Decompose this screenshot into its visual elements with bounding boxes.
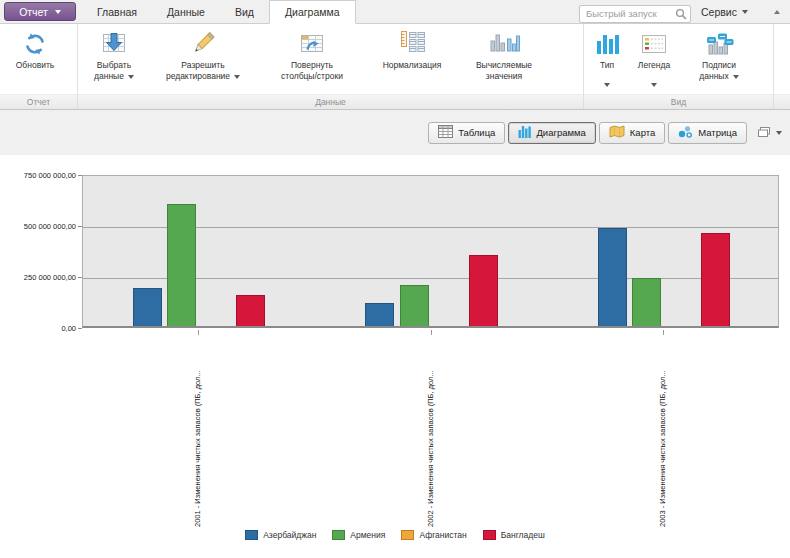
plot-area (82, 175, 779, 328)
ribbon-button-label: Нормализация (383, 60, 442, 71)
report-menu-button[interactable]: Отчет (4, 2, 76, 21)
bar-Бангладеш-3[interactable] (701, 233, 730, 326)
ribbon-group-content: ТипЛегендаПодписиданных (584, 24, 773, 94)
tab-strip: ГлавнаяДанныеВидДиаграмма (82, 0, 356, 23)
bar-Бангладеш-2[interactable] (469, 255, 498, 326)
view-button-label: Карта (630, 127, 655, 138)
tab-bar: Отчет ГлавнаяДанныеВидДиаграмма Сервис (0, 0, 790, 24)
ribbon-button-allow-edit[interactable]: Разрешитьредактирование (147, 26, 259, 82)
normalization-icon (396, 28, 428, 60)
ribbon-button-select-data[interactable]: Выбратьданные (81, 26, 147, 82)
report-menu-label: Отчет (19, 6, 48, 18)
chart-type-icon (594, 28, 620, 60)
tab-home[interactable]: Главная (82, 0, 152, 23)
legend-swatch (401, 530, 414, 540)
data-labels-icon (703, 28, 735, 60)
legend-item-Армения: Армения (332, 530, 385, 540)
bar-Азербайджан-2[interactable] (365, 303, 394, 326)
view-button-label: Таблица (458, 127, 495, 138)
legend-item-Бангладеш: Бангладеш (483, 530, 545, 540)
ribbon-filler (774, 24, 790, 109)
y-axis-tick (78, 277, 82, 278)
ribbon-button-label: Разрешитьредактирование (166, 60, 240, 82)
chevron-down-icon (733, 75, 739, 79)
ribbon-button-normalization[interactable]: Нормализация (365, 26, 459, 71)
view-toolbar: ТаблицаДиаграммаКартаМатрица (0, 110, 790, 155)
view-button-label: Диаграмма (536, 127, 585, 138)
map-icon (609, 125, 625, 140)
ribbon-button-refresh[interactable]: Обновить (3, 26, 67, 71)
view-button-label: Матрица (698, 127, 737, 138)
bar-Азербайджан-3[interactable] (598, 228, 627, 326)
y-axis-tick (78, 328, 82, 329)
ribbon-button-label: Повернутьстолбцы/строки (281, 60, 343, 82)
bar-Азербайджан-1[interactable] (133, 288, 162, 326)
ribbon-group-content: Обновить (0, 24, 77, 94)
tab-view[interactable]: Вид (220, 0, 269, 23)
chevron-down-icon (128, 75, 134, 79)
ribbon-button-chart-type[interactable]: Тип (587, 26, 627, 91)
ribbon-group-title: Отчет (0, 94, 77, 109)
bar-Армения-2[interactable] (400, 285, 429, 326)
ribbon-button-label: Вычисляемыезначения (476, 60, 532, 82)
view-button-matrix[interactable]: Матрица (668, 122, 747, 144)
chevron-down-icon (55, 10, 61, 14)
ribbon-button-computed-values[interactable]: Вычисляемыезначения (459, 26, 549, 82)
pencil-icon (188, 28, 218, 60)
legend-label: Бангладеш (501, 530, 545, 540)
chevron-down-icon (742, 10, 748, 14)
window-options-button[interactable] (757, 124, 782, 142)
x-axis-tick (198, 330, 199, 335)
ribbon-button-label: Обновить (16, 60, 55, 71)
chart-sw-icon (518, 125, 531, 140)
tabrow-spacer (356, 0, 580, 23)
chevron-down-icon (651, 73, 657, 91)
refresh-icon (21, 28, 49, 60)
ribbon-button-data-labels[interactable]: Подписиданных (681, 26, 757, 82)
ribbon-group-data: ВыбратьданныеРазрешитьредактированиеПове… (78, 24, 584, 109)
ribbon-group-view: ТипЛегендаПодписиданныхВид (584, 24, 774, 109)
legend-swatch (245, 530, 258, 540)
quick-search (579, 3, 691, 21)
view-button-map[interactable]: Карта (599, 122, 665, 144)
app-window: Отчет ГлавнаяДанныеВидДиаграмма Сервис О… (0, 0, 790, 558)
ribbon-group-content: ВыбратьданныеРазрешитьредактированиеПове… (78, 24, 583, 94)
ribbon-group-title: Вид (584, 94, 773, 109)
x-axis-tick (431, 330, 432, 335)
ribbon-button-legend[interactable]: Легенда (627, 26, 681, 91)
x-axis-tick (663, 330, 664, 335)
matrix-icon (678, 125, 693, 141)
ribbon-button-label: Подписиданных (699, 60, 738, 82)
service-menu[interactable]: Сервис (701, 0, 748, 23)
chevron-down-icon (234, 75, 240, 79)
chevron-down-icon (604, 73, 610, 91)
tab-chart[interactable]: Диаграмма (269, 0, 356, 24)
service-menu-label: Сервис (701, 6, 737, 18)
ribbon: ОбновитьОтчетВыбратьданныеРазрешитьредак… (0, 24, 790, 110)
table-icon (438, 125, 453, 140)
view-button-table[interactable]: Таблица (428, 122, 505, 144)
x-axis-label: 2002 - Изменения чистых запасов (ПБ, дол… (426, 370, 435, 527)
chevron-up-icon (774, 10, 780, 14)
bar-Армения-3[interactable] (632, 278, 661, 326)
view-button-chart[interactable]: Диаграмма (508, 122, 595, 144)
rotate-columns-icon (297, 28, 327, 60)
collapse-ribbon-button[interactable] (774, 0, 780, 23)
ribbon-group-report: ОбновитьОтчет (0, 24, 78, 109)
ribbon-button-label: Тип (600, 60, 614, 71)
ribbon-button-rotate-columns[interactable]: Повернутьстолбцы/строки (259, 26, 365, 82)
y-tick-label: 250 000 000,00 (0, 273, 76, 282)
chart-legend: АзербайджанАрменияАфганистанБангладеш (0, 530, 790, 540)
bar-Армения-1[interactable] (167, 204, 196, 326)
x-axis-label: 2003 - Изменения чистых запасов (ПБ, дол… (658, 370, 667, 527)
legend-item-Азербайджан: Азербайджан (245, 530, 316, 540)
computed-values-icon (488, 28, 520, 60)
y-tick-label: 500 000 000,00 (0, 222, 76, 231)
bar-Бангладеш-1[interactable] (236, 295, 265, 326)
select-data-icon (99, 28, 129, 60)
y-tick-label: 750 000 000,00 (0, 171, 76, 180)
tab-data[interactable]: Данные (152, 0, 220, 23)
cascade-windows-icon (757, 124, 771, 142)
ribbon-group-title: Данные (78, 94, 583, 109)
legend-swatch (332, 530, 345, 540)
